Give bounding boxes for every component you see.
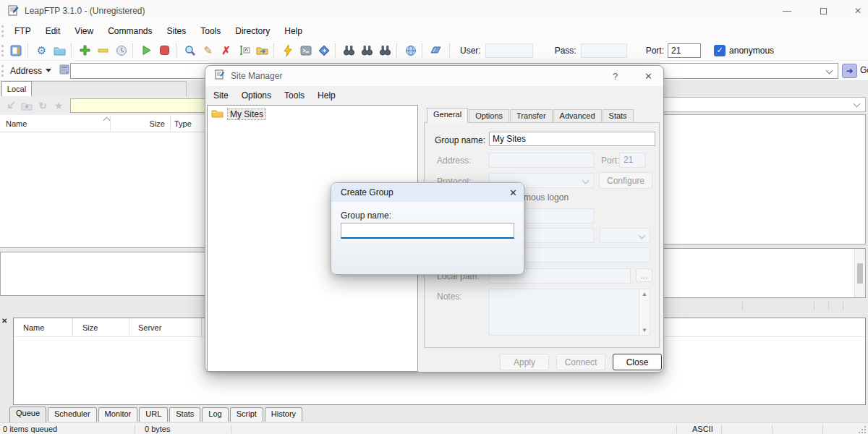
menu-view[interactable]: View — [67, 23, 101, 39]
menu-tools[interactable]: Tools — [278, 88, 311, 103]
remote-combo-chevron-icon[interactable] — [854, 101, 861, 108]
address-label[interactable]: Address — [10, 66, 42, 76]
configure-button[interactable]: Configure — [599, 172, 652, 189]
proxy-globe-icon[interactable] — [401, 43, 420, 59]
quick-connect-icon[interactable] — [278, 43, 297, 59]
column-header-name[interactable]: Name — [6, 119, 27, 128]
resize-grip[interactable] — [859, 426, 866, 433]
settings-gear-icon[interactable]: ⚙ — [33, 43, 51, 59]
tab-url[interactable]: URL — [139, 407, 168, 422]
site-manager-title-bar: Site Manager ? ✕ — [205, 66, 663, 86]
column-header-type[interactable]: Type — [174, 119, 192, 128]
tab-log[interactable]: Log — [202, 407, 228, 422]
address-combo-chevron-icon[interactable] — [826, 67, 833, 75]
schedule-clock-icon[interactable] — [112, 43, 130, 59]
password-type-select[interactable] — [600, 228, 650, 243]
start-transfer-icon[interactable] — [137, 43, 156, 59]
window-title: LeapFTP 3.1.0 - (Unregistered) — [25, 6, 145, 16]
scroll-up-icon[interactable]: ▲ — [642, 291, 647, 297]
goto-diamond-icon[interactable] — [315, 43, 333, 59]
anonymous-checkbox[interactable]: ✓ — [714, 45, 726, 56]
menu-ftp[interactable]: FTP — [7, 23, 38, 39]
find-icon[interactable] — [340, 43, 358, 59]
browse-button[interactable]: ... — [636, 268, 652, 282]
tab-transfer[interactable]: Transfer — [510, 109, 553, 123]
apply-button[interactable]: Apply — [500, 354, 549, 370]
tab-monitor[interactable]: Monitor — [98, 407, 138, 422]
menu-site[interactable]: Site — [207, 88, 235, 103]
title-bar: LeapFTP 3.1.0 - (Unregistered) — ✕ — [0, 0, 868, 22]
column-header-size[interactable]: Size — [148, 119, 165, 128]
find-next-icon[interactable] — [358, 43, 376, 59]
menu-directory[interactable]: Directory — [228, 23, 277, 39]
sort-asc-icon — [103, 117, 111, 124]
port-label: Port: — [601, 156, 619, 166]
close-button[interactable]: ✕ — [843, 0, 868, 22]
dialog-close-button[interactable]: ✕ — [644, 71, 652, 82]
tree-item-label[interactable]: My Sites — [227, 109, 266, 120]
tab-general[interactable]: General — [427, 108, 468, 123]
group-name-input[interactable] — [489, 132, 655, 146]
remove-icon[interactable] — [94, 43, 112, 59]
tab-scheduler[interactable]: Scheduler — [48, 407, 97, 422]
close-dialog-button[interactable]: Close — [613, 354, 662, 370]
menu-edit[interactable]: Edit — [38, 23, 68, 39]
scrollbar-thumb[interactable] — [857, 263, 863, 284]
find-prev-icon[interactable] — [376, 43, 394, 59]
port-input[interactable]: 21 — [619, 153, 645, 168]
notes-textarea[interactable]: ▲ ▼ — [489, 289, 650, 336]
help-button[interactable]: ? — [613, 71, 618, 82]
tab-script[interactable]: Script — [230, 407, 263, 422]
tab-history[interactable]: History — [265, 407, 302, 422]
refresh-icon[interactable]: ↻ — [35, 98, 51, 113]
address-input[interactable] — [489, 153, 594, 168]
tab-stats[interactable]: Stats — [603, 109, 634, 123]
tab-queue[interactable]: Queue — [9, 407, 46, 422]
minimize-button[interactable]: — — [773, 0, 801, 22]
tab-local[interactable]: Local — [1, 81, 32, 96]
favorites-star-icon[interactable]: ★ — [51, 98, 67, 113]
parent-folder-icon[interactable] — [19, 98, 35, 113]
bottom-tab-strip: Queue Scheduler Monitor URL Stats Log Sc… — [9, 407, 304, 422]
address-dropdown-icon[interactable] — [46, 69, 51, 72]
sync-folder-icon[interactable] — [253, 43, 271, 59]
tree-item-my-sites[interactable]: My Sites — [211, 109, 417, 120]
pass-input[interactable] — [581, 43, 627, 58]
anonymous-label: anonymous — [729, 46, 774, 56]
menu-tools[interactable]: Tools — [193, 23, 228, 39]
go-button[interactable]: ➜ — [842, 64, 857, 78]
remote-log-scrollbar[interactable] — [854, 249, 865, 297]
column-header-name[interactable]: Name — [23, 323, 44, 332]
connect-arrow-icon[interactable] — [3, 98, 19, 113]
folder-icon[interactable] — [51, 43, 69, 59]
menu-help[interactable]: Help — [311, 88, 342, 103]
stop-transfer-icon[interactable] — [156, 43, 174, 59]
menu-commands[interactable]: Commands — [101, 23, 159, 39]
scroll-down-icon[interactable]: ▼ — [642, 327, 647, 333]
maximize-button[interactable] — [809, 0, 838, 22]
site-manager-icon[interactable] — [7, 43, 25, 59]
search-icon[interactable] — [181, 43, 199, 59]
port-input[interactable] — [668, 43, 701, 58]
menu-sites[interactable]: Sites — [160, 23, 194, 39]
menu-help[interactable]: Help — [277, 23, 310, 39]
help-book-icon[interactable] — [427, 43, 445, 59]
tab-options[interactable]: Options — [469, 109, 509, 123]
menu-options[interactable]: Options — [235, 88, 278, 103]
dialog-close-button[interactable]: ✕ — [509, 187, 517, 198]
column-header-size[interactable]: Size — [82, 323, 98, 332]
delete-icon[interactable]: ✗ — [217, 43, 235, 59]
rename-icon[interactable] — [235, 43, 253, 59]
user-label: User: — [460, 46, 481, 56]
edit-pencil-icon[interactable]: ✎ — [199, 43, 217, 59]
connect-button[interactable]: Connect — [556, 354, 605, 370]
add-icon[interactable] — [76, 43, 94, 59]
queue-close-icon[interactable]: ✕ — [1, 317, 7, 325]
notes-scrollbar[interactable]: ▲ ▼ — [639, 289, 650, 335]
group-name-input[interactable] — [341, 223, 514, 239]
column-header-server[interactable]: Server — [138, 323, 161, 332]
tab-stats[interactable]: Stats — [169, 407, 200, 422]
tab-advanced[interactable]: Advanced — [553, 109, 602, 123]
user-input[interactable] — [485, 43, 533, 58]
console-icon[interactable] — [297, 43, 315, 59]
